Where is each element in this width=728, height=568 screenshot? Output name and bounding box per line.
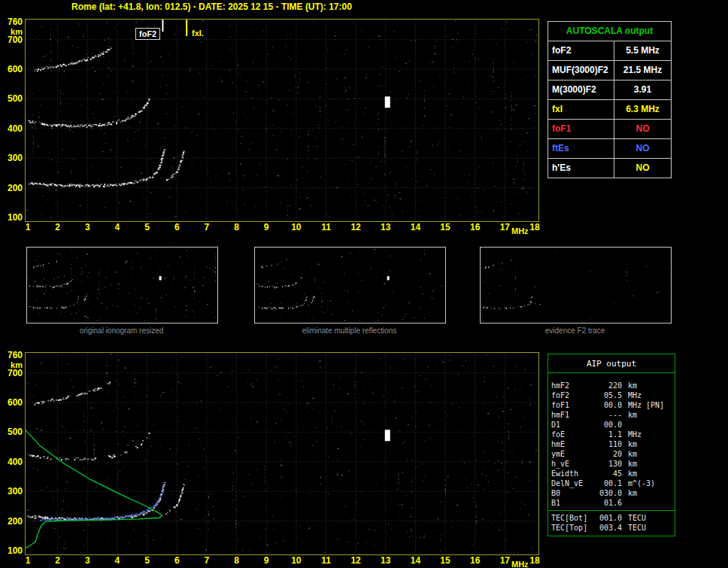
param-name: B0 [551,488,595,498]
param-unit: km [628,410,637,420]
x-axis-tick-label: 7 [198,222,216,232]
autoscala-row-ftEs: ftEs NO [548,139,671,159]
param-name: foE [551,430,595,439]
ionogram-canvas-top [26,20,537,220]
aip-row-Ewidth: Ewidth45km [551,469,672,478]
param-name: TEC[Bot] [551,513,595,523]
param-value: 00.0 [595,420,622,430]
param-value: 05.5 [595,390,622,400]
param-value: 5.5 MHz [614,41,671,60]
y-axis-unit-top: km [2,27,23,36]
x-axis-tick-label: 6 [168,555,186,566]
x-axis-tick-label: 2 [49,555,67,566]
param-value: --- [595,410,622,420]
param-name: hmE [551,439,595,449]
param-unit: TECU [628,513,646,523]
y-axis-tick-label: 760 [2,17,23,27]
param-value: 00.1 [595,478,622,488]
param-name: B1 [551,498,595,508]
x-axis-tick-label: 1 [19,222,37,232]
y-axis-tick-label: 500 [2,93,23,104]
fxI-annotation-label: fxI. [190,28,205,38]
param-value: 20 [595,449,622,459]
y-axis-tick-label: 500 [2,427,23,437]
autoscala-output-panel: AUTOSCALA output foF2 5.5 MHz MUF(3000)F… [548,21,672,178]
aip-row-ymE: ymE20km [551,449,672,459]
param-label: ftEs [548,139,614,158]
param-value: NO [614,120,671,138]
x-axis-tick-label: 15 [436,555,454,566]
param-value: 6.3 MHz [614,100,671,119]
param-name: D1 [551,420,595,430]
x-axis-tick-label: 6 [168,222,186,232]
param-unit: TECU [628,523,646,533]
param-name: foF2 [551,390,595,400]
aip-row-hmF1: hmF1---km [551,410,672,420]
thumbnail-canvas-2 [255,248,444,321]
param-value: 45 [595,469,622,478]
thumbnail-caption: eliminate multiple reflections [254,327,444,335]
x-axis-unit-top: MHz [511,226,529,235]
param-value: NO [614,159,671,178]
param-unit: km [628,439,637,449]
x-axis-tick-label: 14 [406,222,424,232]
x-axis-tick-label: 11 [317,222,335,232]
thumbnail-canvas-3 [481,248,669,321]
aip-row-tec-top: TEC[Top]003.4TECU [551,523,672,533]
param-value: 3.91 [614,80,671,99]
thumbnail-caption: evidence F2 trace [480,327,670,335]
autoscala-row-foF1: foF1 NO [548,120,671,139]
param-label: fxI [548,100,614,119]
param-value: 110 [595,439,622,449]
param-name: Ewidth [551,469,595,478]
x-axis-tick-label: 8 [228,555,246,566]
y-axis-tick-label: 100 [2,545,23,556]
ionogram-plot-top: foF2 fxI. [25,19,539,222]
x-axis-tick-label: 3 [78,222,96,232]
x-axis-tick-label: 14 [406,555,424,566]
autoscala-row-fxI: fxI 6.3 MHz [548,100,671,120]
x-axis-tick-label: 12 [347,222,365,232]
thumbnail-evidence-f2 [480,247,672,323]
param-name: TEC[Top] [551,523,595,533]
y-axis-tick-label: 300 [2,486,23,497]
param-label: foF1 [548,120,614,138]
param-value: 220 [595,381,622,390]
aip-row-DelN: DelN_vE00.1m^(-3) [551,478,672,488]
y-axis-tick-label: 400 [2,457,23,467]
x-axis-unit-bottom: MHz [511,560,529,568]
thumbnail-eliminate-multiples [254,247,446,323]
param-name: h_vE [551,459,595,469]
param-name: hmF2 [551,381,595,390]
param-value: 001.0 [595,513,622,523]
param-value: 00.0 [595,400,622,410]
param-unit: m^(-3) [628,478,655,488]
thumbnail-canvas-1 [27,248,216,321]
aip-row-hmF2: hmF2220km [551,381,672,390]
y-axis-tick-label: 400 [2,123,23,134]
y-axis-tick-label: 600 [2,397,23,408]
param-name: DelN_vE [551,478,595,488]
x-axis-tick-label: 10 [287,555,305,566]
ionogram-plot-bottom [25,352,539,555]
param-unit: MHz [628,430,642,439]
param-value: 01.6 [595,498,622,508]
param-name: hmF1 [551,410,595,420]
aip-row-foE: foE1.1MHz [551,430,672,439]
y-axis-tick-label: 300 [2,153,23,163]
param-extra: [PN] [646,400,664,410]
param-unit: km [628,449,637,459]
param-label: M(3000)F2 [548,80,614,99]
x-axis-tick-label: 7 [198,555,216,566]
x-axis-tick-label: 4 [108,555,126,566]
aip-output-panel: AIP output hmF2220km foF205.5MHz foF100.… [548,354,675,536]
foF2-annotation-label: foF2 [135,28,160,40]
param-value: 030.0 [595,488,622,498]
x-axis-tick-label: 16 [466,555,484,566]
x-axis-tick-label: 15 [436,222,454,232]
x-axis-tick-label: 2 [49,222,67,232]
x-axis-tick-label: 9 [257,222,275,232]
aip-row-foF1: foF100.0MHz[PN] [551,400,672,410]
y-axis-tick-label: 200 [2,516,23,527]
x-axis-tick-label: 5 [138,555,156,566]
